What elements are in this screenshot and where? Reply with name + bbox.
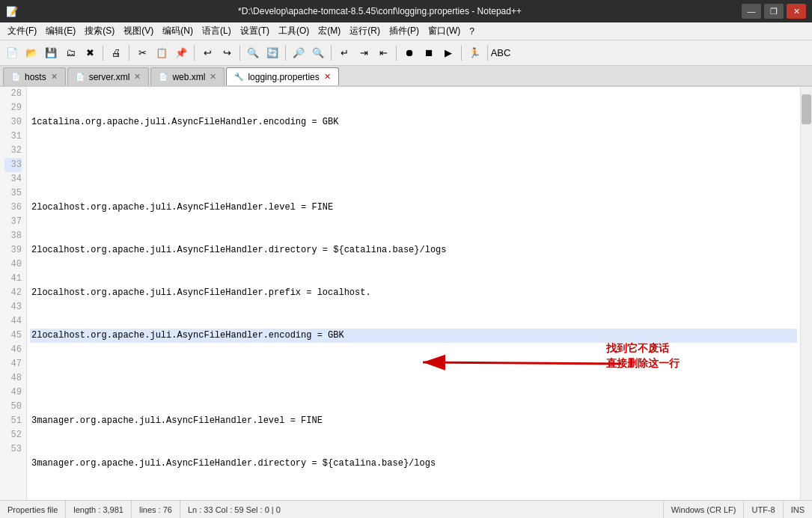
open-button[interactable]: 📂 [22,44,40,62]
menu-window[interactable]: 窗口(W) [424,23,465,39]
menu-plugins[interactable]: 插件(P) [385,23,424,39]
toolbar: 📄 📂 💾 🗂 ✖ 🖨 ✂ 📋 📌 ↩ ↪ 🔍 🔄 🔎 🔍 ↵ ⇥ ⇤ ⏺ ⏹ … [0,40,812,66]
code-line-37: 3manager.org.apache.juli.AsyncFileHandle… [30,499,797,500]
line-num-42: 42 [4,286,22,300]
line-num-31: 31 [4,130,22,144]
find-button[interactable]: 🔍 [244,44,262,62]
line-num-30: 30 [4,115,22,130]
tab-logging-close[interactable]: ✕ [324,72,331,82]
minimize-button[interactable]: — [742,4,761,19]
code-line-35: 3manager.org.apache.juli.AsyncFileHandle… [30,414,797,428]
status-mode: INS [784,501,812,518]
paste-button[interactable]: 📌 [172,44,190,62]
code-line-29 [30,158,797,172]
tab-hosts-label: hosts [25,72,46,82]
dedent-button[interactable]: ⇤ [374,44,392,62]
save-all-button[interactable]: 🗂 [61,44,79,62]
toolbar-sep-4 [239,46,240,61]
toolbar-sep-1 [103,46,103,61]
syntax-button[interactable]: ABC [492,44,510,62]
new-button[interactable]: 📄 [3,44,21,62]
tab-web-close[interactable]: ✕ [210,72,216,82]
zoom-out-button[interactable]: 🔍 [309,44,327,62]
status-length: length : 3,981 [66,501,132,518]
menu-view[interactable]: 视图(V) [119,23,158,39]
run-button[interactable]: 🏃 [465,44,483,62]
wrap-button[interactable]: ↵ [335,44,353,62]
tab-hosts[interactable]: 📄 hosts ✕ [3,67,66,85]
undo-button[interactable]: ↩ [198,44,216,62]
line-num-33: 33 [4,158,22,172]
toolbar-sep-7 [396,46,397,61]
print-button[interactable]: 🖨 [107,44,125,62]
macro-play-button[interactable]: ▶ [439,44,457,62]
tab-server-xml[interactable]: 📄 server.xml ✕ [67,67,150,85]
line-num-35: 35 [4,186,22,201]
menu-run[interactable]: 运行(R) [345,23,385,39]
toolbar-sep-8 [461,46,462,61]
menu-bar: 文件(F) 编辑(E) 搜索(S) 视图(V) 编码(N) 语言(L) 设置(T… [0,22,812,40]
line-num-45: 45 [4,329,22,343]
title-bar: 📝 *D:\Develop\apache-tomcat-8.5.45\conf\… [0,0,812,22]
code-line-30: 2localhost.org.apache.juli.AsyncFileHand… [30,201,797,215]
status-file-type: Properties file [0,501,66,518]
code-area[interactable]: 1catalina.org.apache.juli.AsyncFileHandl… [27,87,800,500]
tab-server-close[interactable]: ✕ [134,72,141,82]
menu-tools[interactable]: 工具(O) [274,23,314,39]
toolbar-sep-5 [285,46,286,61]
menu-help[interactable]: ? [465,25,479,38]
macro-stop-button[interactable]: ⏹ [420,44,438,62]
menu-search[interactable]: 搜索(S) [80,23,119,39]
tab-bar: 📄 hosts ✕ 📄 server.xml ✕ 📄 web.xml ✕ 🔧 l… [0,66,812,87]
maximize-button[interactable]: ❐ [764,4,784,19]
line-num-34: 34 [4,172,22,186]
line-num-50: 50 [4,400,22,414]
menu-encode[interactable]: 编码(N) [158,23,198,39]
menu-settings[interactable]: 设置(T) [236,23,274,39]
indent-button[interactable]: ⇥ [355,44,373,62]
line-num-53: 53 [4,442,22,457]
replace-button[interactable]: 🔄 [263,44,281,62]
editor-container: 28 29 30 31 32 33 34 35 36 37 38 39 40 4… [0,87,812,500]
status-lines: lines : 76 [132,501,180,518]
menu-lang[interactable]: 语言(L) [198,23,236,39]
tab-web-label: web.xml [172,72,205,82]
tab-logging-label: logging.properties [248,72,319,82]
line-num-39: 39 [4,243,22,258]
tab-server-label: server.xml [89,72,130,82]
scroll-thumb[interactable] [802,94,811,124]
save-button[interactable]: 💾 [42,44,60,62]
menu-macro[interactable]: 宏(M) [314,23,345,39]
code-line-28: 1catalina.org.apache.juli.AsyncFileHandl… [30,115,797,130]
cut-button[interactable]: ✂ [133,44,151,62]
line-num-43: 43 [4,300,22,314]
status-position: Ln : 33 Col : 59 Sel : 0 | 0 [180,501,664,518]
tab-logging[interactable]: 🔧 logging.properties ✕ [226,67,338,85]
close-button[interactable]: ✕ [787,4,806,19]
macro-rec-button[interactable]: ⏺ [400,44,418,62]
code-line-32: 2localhost.org.apache.juli.AsyncFileHand… [30,286,797,300]
zoom-in-button[interactable]: 🔎 [290,44,308,62]
close-file-button[interactable]: ✖ [81,44,99,62]
line-numbers: 28 29 30 31 32 33 34 35 36 37 38 39 40 4… [0,87,27,500]
tab-hosts-close[interactable]: ✕ [51,72,58,82]
line-num-40: 40 [4,258,22,272]
code-line-36: 3manager.org.apache.juli.AsyncFileHandle… [30,457,797,471]
menu-file[interactable]: 文件(F) [3,23,41,39]
line-num-44: 44 [4,314,22,329]
line-num-49: 49 [4,386,22,400]
menu-edit[interactable]: 编辑(E) [41,23,80,39]
redo-button[interactable]: ↪ [218,44,236,62]
vertical-scrollbar[interactable] [800,87,812,500]
copy-button[interactable]: 📋 [153,44,171,62]
tab-web-xml[interactable]: 📄 web.xml ✕ [150,67,225,85]
line-num-36: 36 [4,201,22,215]
line-num-52: 52 [4,428,22,442]
toolbar-sep-3 [194,46,195,61]
toolbar-sep-2 [129,46,129,61]
window-title: *D:\Develop\apache-tomcat-8.5.45\conf\lo… [18,6,742,16]
line-num-41: 41 [4,272,22,286]
window-controls[interactable]: — ❐ ✕ [742,4,806,19]
toolbar-sep-9 [487,46,488,61]
tab-logging-icon: 🔧 [234,73,243,81]
